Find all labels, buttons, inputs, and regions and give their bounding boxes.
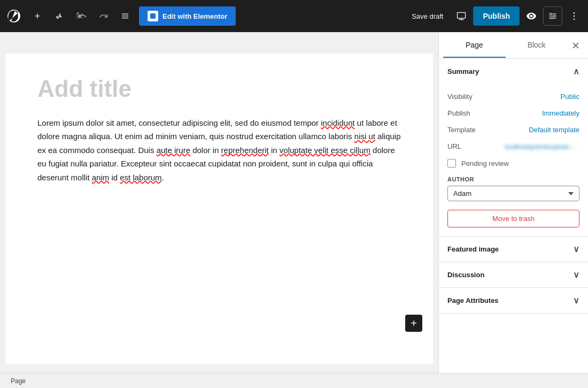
sidebar-tabs: Page Block <box>439 32 588 59</box>
right-sidebar: Page Block Summary ∧ Visibility Public P… <box>438 32 588 373</box>
editor-area: Add title Lorem ipsum dolor sit amet, co… <box>0 32 438 373</box>
summary-content: Visibility Public Publish Immediately Te… <box>439 84 588 236</box>
list-view-button[interactable] <box>115 6 135 26</box>
featured-image-title: Featured image <box>447 245 499 253</box>
tab-block[interactable]: Block <box>506 33 568 58</box>
summary-chevron-icon: ∧ <box>573 66 579 77</box>
save-draft-label: Save draft <box>412 12 443 20</box>
svg-point-5 <box>554 16 555 17</box>
svg-point-6 <box>551 17 553 19</box>
discussion-chevron-icon: ∨ <box>573 270 579 280</box>
featured-image-section: Featured image ∨ <box>439 237 588 262</box>
svg-rect-0 <box>458 12 466 18</box>
template-value[interactable]: Default template <box>529 126 579 134</box>
pending-review-checkbox[interactable] <box>447 159 456 168</box>
featured-image-chevron-icon: ∨ <box>573 244 579 254</box>
page-attributes-header[interactable]: Page Attributes ∨ <box>439 288 588 313</box>
status-bar: Page <box>0 373 588 388</box>
view-button[interactable] <box>452 6 471 26</box>
undo-button[interactable] <box>73 6 92 26</box>
post-content[interactable]: Lorem ipsum dolor sit amet, consectetur … <box>37 116 401 185</box>
toolbar: Edit with Elementor Save draft Publish <box>0 0 588 32</box>
body-paragraph: Lorem ipsum dolor sit amet, consectetur … <box>37 116 401 185</box>
settings-toggle-button[interactable] <box>543 6 562 26</box>
url-value[interactable]: localhost/gutenberg/auto-draft/ <box>505 143 579 150</box>
svg-point-8 <box>574 16 575 17</box>
publish-value[interactable]: Immediately <box>542 109 579 117</box>
visibility-label: Visibility <box>447 93 473 101</box>
wordpress-logo[interactable] <box>4 6 24 26</box>
discussion-section: Discussion ∨ <box>439 262 588 288</box>
url-row: URL localhost/gutenberg/auto-draft/ <box>447 138 579 155</box>
more-options-button[interactable] <box>564 6 584 26</box>
tools-button[interactable] <box>49 6 68 26</box>
add-block-button[interactable] <box>28 6 47 26</box>
elementor-icon <box>148 11 158 21</box>
visibility-row: Visibility Public <box>447 88 579 105</box>
move-to-trash-button[interactable]: Move to trash <box>447 210 579 227</box>
discussion-title: Discussion <box>447 271 484 279</box>
svg-point-4 <box>550 13 552 15</box>
pending-review-label: Pending review <box>461 159 509 168</box>
status-label: Page <box>11 377 26 385</box>
page-attributes-chevron-icon: ∨ <box>573 295 579 306</box>
edit-with-elementor-button[interactable]: Edit with Elementor <box>139 6 236 26</box>
publish-label-field: Publish <box>447 109 470 117</box>
svg-point-9 <box>574 19 575 20</box>
publish-label: Publish <box>483 12 510 20</box>
save-draft-button[interactable]: Save draft <box>405 9 450 24</box>
main-area: Add title Lorem ipsum dolor sit amet, co… <box>0 32 588 373</box>
svg-point-7 <box>574 12 575 14</box>
summary-title: Summary <box>447 67 479 75</box>
close-sidebar-button[interactable] <box>568 37 584 54</box>
elementor-button-label: Edit with Elementor <box>163 12 227 20</box>
redo-button[interactable] <box>94 6 113 26</box>
move-trash-label: Move to trash <box>492 215 535 223</box>
add-block-inline-button[interactable]: + <box>405 315 422 332</box>
publish-row: Publish Immediately <box>447 105 579 121</box>
author-section-label: AUTHOR <box>447 176 579 182</box>
template-label: Template <box>447 126 476 134</box>
summary-section: Summary ∧ Visibility Public Publish Imme… <box>439 59 588 237</box>
visibility-value[interactable]: Public <box>561 93 579 101</box>
template-row: Template Default template <box>447 121 579 138</box>
tab-page[interactable]: Page <box>443 33 506 58</box>
editor-canvas: Add title Lorem ipsum dolor sit amet, co… <box>5 54 433 364</box>
page-attributes-title: Page Attributes <box>447 296 499 305</box>
author-select[interactable]: Adam <box>447 186 579 201</box>
featured-image-header[interactable]: Featured image ∨ <box>439 237 588 262</box>
summary-section-header[interactable]: Summary ∧ <box>439 59 588 84</box>
pending-review-row: Pending review <box>447 155 579 172</box>
url-label: URL <box>447 142 461 150</box>
page-attributes-section: Page Attributes ∨ <box>439 288 588 314</box>
discussion-header[interactable]: Discussion ∨ <box>439 262 588 287</box>
publish-button[interactable]: Publish <box>473 6 520 26</box>
post-title-input[interactable]: Add title <box>37 75 401 103</box>
preview-button[interactable] <box>522 6 541 26</box>
